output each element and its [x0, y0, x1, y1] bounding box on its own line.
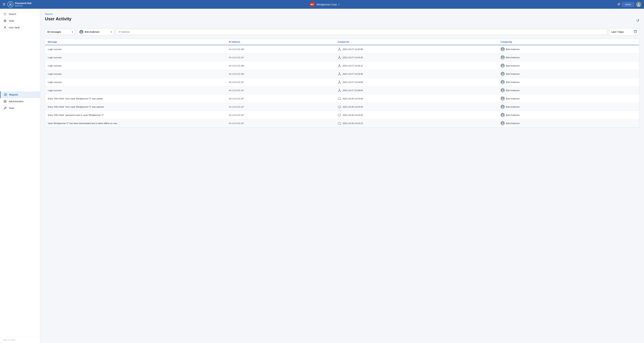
svg-point-32 [340, 50, 341, 51]
creator-name: Bob Anderson [506, 114, 520, 116]
sidebar-item-user-vault-label: User Vault [9, 26, 20, 29]
table-row[interactable]: Login success 64.119.219.186 2021-10-27 … [45, 70, 639, 78]
device-icon [338, 97, 341, 100]
svg-point-98 [502, 114, 503, 115]
cell-date-value: 2021-10-27 14:34:12 [343, 65, 363, 67]
cell-created-by: Bob Anderson [500, 55, 636, 60]
svg-rect-89 [338, 106, 341, 108]
svg-point-59 [340, 75, 341, 75]
cell-ip: 64.119.219.186 [229, 65, 338, 67]
cell-date-value: 2021-10-27 12:09:54 [343, 89, 363, 92]
svg-point-50 [340, 67, 341, 67]
sidebar-item-reports[interactable]: Reports [0, 91, 40, 98]
svg-rect-94 [338, 114, 341, 116]
breadcrumb-separator: › [54, 13, 54, 15]
cell-ip: 64.119.219.187 [229, 81, 338, 84]
notification-button[interactable]: ✉ [618, 3, 620, 6]
cell-ip: 64.119.219.187 [229, 122, 338, 125]
sidebar-item-administration[interactable]: Administration [0, 98, 40, 105]
col-ip[interactable]: IP Address [229, 41, 338, 43]
activity-table: Message IP Address Created On ↑↓ Created… [45, 39, 639, 128]
table-row[interactable]: Vault 'Windjammer IT' has been downloade… [45, 119, 639, 127]
cell-date: 2021-10-27 14:34:12 [338, 64, 500, 68]
app-logo[interactable]: Password Hub Business [8, 1, 31, 8]
admin-button[interactable]: Admin [622, 2, 634, 7]
svg-point-47 [502, 56, 503, 58]
cell-created-by: Bob Anderson [500, 72, 636, 76]
device-icon [338, 89, 341, 92]
table-row[interactable]: Entry 'SSH Shell ' from vault 'Windjamme… [45, 103, 639, 111]
table-body: Login success 64.119.219.186 2021-10-27 … [45, 45, 639, 127]
cell-message: Entry 'SSH Shell ' from vault 'Windjamme… [48, 106, 229, 108]
sidebar-item-tools[interactable]: Tools [0, 105, 40, 112]
creator-name: Bob Anderson [506, 106, 520, 108]
svg-point-49 [339, 64, 340, 65]
device-icon [338, 80, 341, 84]
sidebar-item-search[interactable]: Search [0, 11, 40, 18]
sidebar-item-vault[interactable]: Vault [0, 18, 40, 24]
message-filter-value: All messages [47, 31, 61, 33]
cell-date: 2021-10-26 14:24:46 [338, 97, 500, 100]
user-vault-icon [3, 26, 7, 29]
page-title: User Activity [45, 16, 72, 22]
ip-filter-input[interactable] [116, 29, 607, 35]
svg-rect-22 [4, 102, 5, 103]
svg-rect-21 [5, 100, 6, 101]
refresh-button[interactable]: ↻ [636, 19, 639, 23]
svg-point-88 [502, 98, 503, 99]
breadcrumb-parent[interactable]: Reports [45, 13, 53, 15]
refresh-icon: ↻ [636, 19, 639, 23]
svg-point-42 [338, 58, 338, 59]
hamburger-button[interactable]: ☰ [3, 3, 5, 6]
table-row[interactable]: Entry 'SSH Shell ' from vault 'Windjamme… [45, 95, 639, 103]
message-filter[interactable]: All messages ▾ [45, 29, 75, 35]
table-row[interactable]: Login success 64.119.219.186 2021-10-27 … [45, 62, 639, 70]
svg-line-72 [338, 82, 339, 83]
svg-point-77 [340, 91, 341, 92]
svg-point-76 [339, 89, 340, 90]
table-row[interactable]: Login success 64.119.219.187 2021-10-27 … [45, 78, 639, 86]
svg-point-5 [638, 3, 640, 5]
svg-point-93 [502, 106, 503, 107]
svg-point-51 [338, 67, 338, 67]
cell-message: Login success [48, 56, 229, 59]
svg-rect-84 [338, 98, 341, 100]
table-row[interactable]: Login success 64.119.219.187 2021-10-27 … [45, 53, 639, 62]
days-filter[interactable]: Last 7 Days [609, 28, 639, 36]
table-row[interactable]: Login success 64.119.219.186 2021-10-27 … [45, 45, 639, 53]
reports-icon [4, 93, 7, 96]
sidebar-item-user-vault[interactable]: User Vault [0, 24, 40, 31]
user-avatar [500, 47, 505, 51]
sidebar-nav: Search Vault User Vault [0, 9, 40, 337]
vault-icon [3, 19, 7, 23]
org-selector[interactable]: WC Windjammer Corp ▾ [31, 2, 618, 7]
device-icon [338, 121, 341, 125]
svg-line-63 [338, 74, 339, 75]
sidebar-item-tools-label: Tools [9, 107, 14, 110]
cell-ip: 64.119.219.187 [229, 114, 338, 116]
cell-message: Entry 'SSH Shell ' password used in vaul… [48, 114, 229, 116]
cell-message: Vault 'Windjammer IT' has been downloade… [48, 122, 229, 125]
creator-name: Bob Anderson [506, 48, 520, 51]
svg-point-25 [81, 31, 82, 32]
cell-date-value: 2021-10-27 14:42:58 [343, 48, 363, 51]
table-row[interactable]: Login success 64.119.219.187 2021-10-27 … [45, 86, 639, 95]
cell-message: Entry 'SSH Shell ' from vault 'Windjamme… [48, 97, 229, 100]
user-avatar-header[interactable] [636, 2, 641, 7]
cell-message: Login success [48, 89, 229, 92]
cell-message: Login success [48, 65, 229, 67]
svg-line-36 [338, 50, 339, 50]
svg-point-0 [8, 2, 13, 7]
table-row[interactable]: Entry 'SSH Shell ' password used in vaul… [45, 111, 639, 119]
user-filter[interactable]: Bob Anderson ▾ [77, 28, 114, 36]
cell-created-by: Bob Anderson [500, 97, 636, 101]
svg-rect-26 [634, 30, 637, 33]
org-avatar: WC [310, 2, 315, 7]
svg-point-41 [340, 58, 341, 59]
cell-ip: 64.119.219.187 [229, 89, 338, 92]
cell-ip: 64.119.219.186 [229, 73, 338, 75]
cell-date: 2021-10-27 13:34:04 [338, 80, 500, 84]
col-message[interactable]: Message [48, 41, 229, 43]
col-created-by[interactable]: Created By [500, 41, 636, 43]
col-created-on[interactable]: Created On ↑↓ [338, 41, 500, 43]
